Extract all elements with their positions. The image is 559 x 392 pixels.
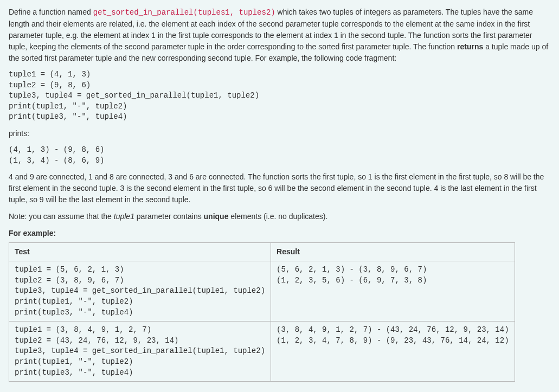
prints-output: (4, 1, 3) - (9, 8, 6) (1, 3, 4) - (8, 6,…	[9, 145, 550, 166]
result-output: (3, 8, 4, 9, 1, 2, 7) - (43, 24, 76, 12,…	[277, 325, 509, 346]
code-fragment: tuple1 = (4, 1, 3) tuple2 = (9, 8, 6) tu…	[9, 69, 550, 123]
test-code: tuple1 = (5, 6, 2, 1, 3) tuple2 = (3, 8,…	[15, 265, 265, 318]
note-paragraph: Note: you can assume that the tuple1 par…	[9, 211, 550, 222]
table-header-test: Test	[9, 243, 271, 261]
result-output: (5, 6, 2, 1, 3) - (3, 8, 9, 6, 7) (1, 2,…	[277, 265, 509, 286]
returns-word: returns	[457, 42, 483, 51]
problem-description: Define a function named get_sorted_in_pa…	[9, 7, 550, 64]
note-italic: tuple1	[114, 212, 134, 221]
table-row: tuple1 = (3, 8, 4, 9, 1, 2, 7) tuple2 = …	[9, 322, 515, 382]
prints-label: prints:	[9, 128, 550, 139]
table-row: tuple1 = (5, 6, 2, 1, 3) tuple2 = (3, 8,…	[9, 261, 515, 322]
intro-prefix: Define a function named	[9, 8, 93, 16]
note-suffix: elements (i.e. no duplicates).	[228, 212, 327, 221]
function-signature: get_sorted_in_parallel(tuples1, tuples2)	[93, 8, 275, 17]
table-header-result: Result	[271, 243, 515, 261]
for-example-label: For example:	[9, 228, 550, 239]
note-bold: unique	[204, 212, 229, 221]
example-table: Test Result tuple1 = (5, 6, 2, 1, 3) tup…	[9, 242, 515, 382]
note-mid: parameter contains	[134, 212, 204, 221]
explanation-paragraph: 4 and 9 are connected, 1 and 8 are conne…	[9, 171, 550, 205]
note-prefix: Note: you can assume that the	[9, 212, 114, 221]
test-code: tuple1 = (3, 8, 4, 9, 1, 2, 7) tuple2 = …	[15, 325, 265, 378]
